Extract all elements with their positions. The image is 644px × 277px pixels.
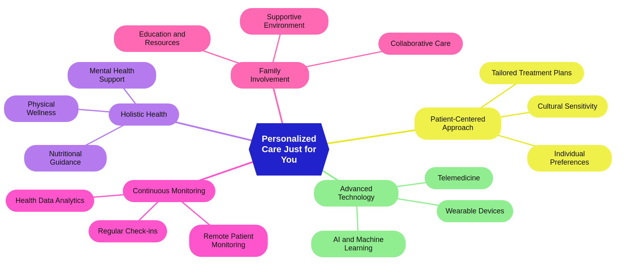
collaborative-care-node: Collaborative Care [378, 33, 463, 55]
advanced-tech-node: Advanced Technology [314, 180, 398, 207]
ai-ml-node: AI and Machine Learning [311, 231, 406, 257]
nutritional-guidance-node: Nutritional Guidance [24, 145, 107, 172]
mental-health-node: Mental Health Support [68, 62, 156, 89]
telemedicine-node: Telemedicine [425, 167, 493, 189]
holistic-health-node: Holistic Health [109, 103, 179, 126]
cultural-sensitivity-node: Cultural Sensitivity [527, 95, 608, 118]
edu-resources-node: Education and Resources [114, 25, 211, 52]
family-involvement-node: Family Involvement [231, 62, 309, 89]
wearable-devices-node: Wearable Devices [437, 200, 513, 222]
health-data-analytics-node: Health Data Analytics [6, 190, 94, 212]
remote-monitoring-node: Remote Patient Monitoring [189, 225, 268, 257]
individual-prefs-node: Individual Preferences [527, 145, 612, 172]
supportive-env-node: Supportive Environment [240, 8, 328, 35]
center-node: Personalized Care Just for You [249, 123, 329, 176]
regular-checkins-node: Regular Check-ins [89, 220, 167, 242]
physical-wellness-node: Physical Wellness [4, 95, 78, 122]
tailored-plans-node: Tailored Treatment Plans [479, 62, 584, 84]
continuous-monitoring-node: Continuous Monitoring [123, 180, 215, 202]
patient-centered-node: Patient-Centered Approach [415, 107, 501, 140]
